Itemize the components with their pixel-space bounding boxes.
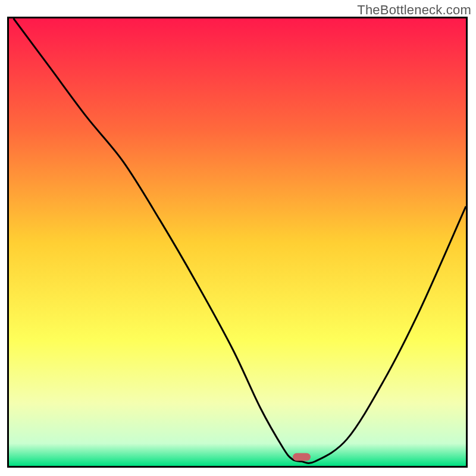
chart-frame [7, 17, 468, 468]
background-rect [9, 18, 466, 466]
chart-svg [9, 18, 466, 466]
chart-container: TheBottleneck.com [0, 0, 476, 476]
watermark-text: TheBottleneck.com [357, 2, 471, 18]
optimal-marker [293, 453, 311, 461]
